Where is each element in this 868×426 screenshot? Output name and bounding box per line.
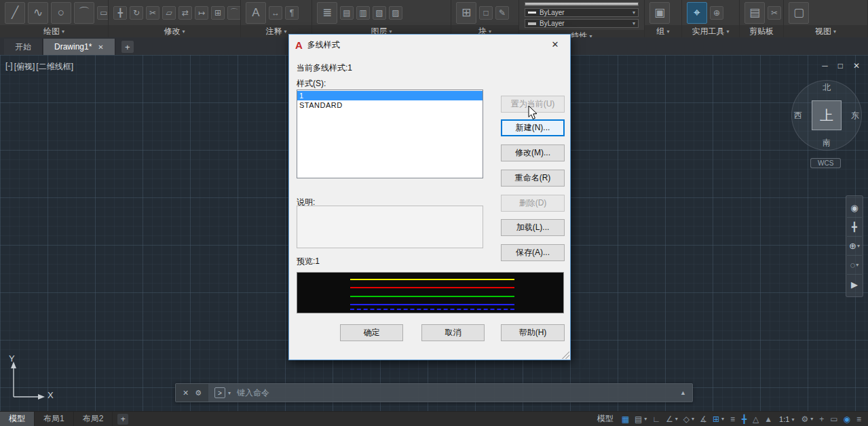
- viewcube-top-face[interactable]: 上: [812, 100, 842, 130]
- arc-icon[interactable]: ⌒: [74, 2, 94, 24]
- lineweight-preview[interactable]: [525, 2, 639, 6]
- isolate-objects-icon[interactable]: ▭: [827, 412, 840, 426]
- isometric-drafting-icon[interactable]: ◇▾: [681, 412, 697, 426]
- viewport-view-control[interactable]: [俯视]: [14, 61, 35, 73]
- mirror-icon[interactable]: ⇄: [178, 6, 192, 20]
- ribbon-panel-modify-label[interactable]: 修改▾: [109, 25, 240, 37]
- object-snap-icon[interactable]: ⊞▾: [710, 412, 727, 426]
- tab-close-icon[interactable]: ✕: [98, 43, 103, 51]
- layout-tab-layout2[interactable]: 布局2: [74, 412, 113, 426]
- command-close-icon[interactable]: ✕: [183, 389, 189, 398]
- recent-commands-icon[interactable]: ▾: [228, 390, 231, 396]
- leader-icon[interactable]: ¶: [285, 6, 299, 20]
- zoom-icon[interactable]: ⊕▾: [847, 237, 862, 256]
- new-drawing-tab-button[interactable]: +: [121, 41, 134, 53]
- command-line[interactable]: ✕ ⚙ > ▾ 键入命令 ▲: [175, 383, 693, 402]
- delete-button[interactable]: 删除(D): [501, 195, 565, 212]
- viewcube-south[interactable]: 南: [791, 137, 862, 149]
- cancel-button[interactable]: 取消: [421, 324, 485, 341]
- lineweight-icon[interactable]: ≡: [727, 412, 738, 426]
- rename-button[interactable]: 重命名(R): [501, 170, 565, 187]
- annotation-monitor-icon[interactable]: +: [816, 412, 827, 426]
- viewcube[interactable]: 北 西 东 南 上: [791, 80, 862, 151]
- viewport-menu-control[interactable]: [-]: [5, 61, 13, 73]
- wcs-menu[interactable]: WCS: [810, 158, 841, 168]
- autoscale-icon[interactable]: ▲: [761, 412, 775, 426]
- rectangle-icon[interactable]: ▭: [97, 6, 108, 20]
- copy-icon[interactable]: ▱: [162, 6, 176, 20]
- pan-icon[interactable]: ╋: [847, 218, 862, 237]
- insert-block-icon[interactable]: ⊞: [456, 2, 476, 24]
- create-block-icon[interactable]: □: [479, 6, 493, 20]
- paste-icon[interactable]: ▤: [744, 2, 765, 24]
- layer-lock-icon[interactable]: ▨: [389, 6, 402, 20]
- dimension-icon[interactable]: ↔: [269, 6, 282, 20]
- lineweight-dropdown[interactable]: ByLayer ▾: [525, 19, 639, 28]
- osnap-tracking-icon[interactable]: ∡: [697, 412, 710, 426]
- command-history-expand-icon[interactable]: ▲: [680, 389, 686, 396]
- ribbon-panel-draw-label[interactable]: 绘图▾: [0, 25, 108, 37]
- move-icon[interactable]: ╋: [113, 6, 127, 20]
- polar-tracking-icon[interactable]: ∠▾: [663, 412, 681, 426]
- hardware-acceleration-icon[interactable]: ◉: [841, 412, 853, 426]
- ribbon-panel-clipboard-label[interactable]: 剪贴板: [740, 25, 783, 37]
- dialog-title-bar[interactable]: A 多线样式 ✕: [289, 35, 570, 55]
- trim-icon[interactable]: ✂: [146, 6, 159, 20]
- annotation-visibility-icon[interactable]: △: [750, 412, 761, 426]
- show-motion-icon[interactable]: ▶: [847, 275, 862, 294]
- snap-mode-icon[interactable]: ▤▾: [632, 412, 649, 426]
- dialog-resize-grip[interactable]: [562, 351, 569, 359]
- layer-freeze-icon[interactable]: ▧: [373, 6, 386, 20]
- viewport-visual-style-control[interactable]: [二维线框]: [36, 61, 73, 73]
- viewcube-east[interactable]: 东: [851, 110, 859, 121]
- help-button[interactable]: 帮助(H): [501, 324, 565, 341]
- edit-block-icon[interactable]: ✎: [495, 6, 509, 20]
- layer-state-icon[interactable]: ▤: [340, 6, 354, 20]
- tab-start[interactable]: 开始: [4, 39, 43, 55]
- model-space-toggle[interactable]: 模型: [592, 413, 619, 425]
- group-icon[interactable]: ▣: [649, 2, 670, 24]
- object-color-dropdown[interactable]: ByLayer ▾: [525, 8, 639, 17]
- stretch-icon[interactable]: ↦: [195, 6, 208, 20]
- named-views-icon[interactable]: ▢: [789, 2, 809, 24]
- layout-tab-layout1[interactable]: 布局1: [35, 412, 74, 426]
- layer-isolate-icon[interactable]: ▥: [356, 6, 370, 20]
- close-icon[interactable]: ✕: [853, 61, 860, 71]
- new-button[interactable]: 新建(N)...: [501, 119, 565, 136]
- command-input[interactable]: 键入命令: [237, 387, 269, 399]
- new-layout-button[interactable]: +: [117, 414, 128, 425]
- restore-icon[interactable]: □: [838, 61, 843, 71]
- ribbon-panel-view-label[interactable]: 视图▾: [784, 25, 867, 37]
- array-icon[interactable]: ⊞: [211, 6, 225, 20]
- ortho-icon[interactable]: ∟: [649, 412, 663, 426]
- quick-select-icon[interactable]: ⊕: [710, 6, 723, 20]
- line-icon[interactable]: ╱: [5, 2, 25, 24]
- rotate-icon[interactable]: ↻: [130, 6, 143, 20]
- load-button[interactable]: 加载(L)...: [501, 219, 565, 236]
- ribbon-panel-groups-label[interactable]: 组▾: [645, 25, 681, 37]
- full-navigation-wheel-icon[interactable]: ◉: [847, 199, 862, 218]
- polyline-icon[interactable]: ∿: [28, 2, 48, 24]
- customize-wrench-icon[interactable]: ⚙: [195, 389, 202, 398]
- save-button[interactable]: 保存(A)...: [501, 244, 565, 261]
- fillet-icon[interactable]: ⌒: [227, 6, 240, 20]
- minimize-icon[interactable]: ─: [822, 61, 828, 71]
- cut-icon[interactable]: ✂: [768, 6, 781, 20]
- modify-button[interactable]: 修改(M)...: [501, 144, 565, 161]
- ribbon-panel-utilities-label[interactable]: 实用工具▾: [682, 25, 739, 37]
- dynamic-input-icon[interactable]: ╋: [738, 412, 750, 426]
- ok-button[interactable]: 确定: [340, 324, 403, 341]
- orbit-icon[interactable]: ◌▾: [847, 256, 862, 275]
- customization-icon[interactable]: ≡: [853, 412, 865, 426]
- style-item-standard[interactable]: STANDARD: [297, 100, 483, 110]
- measure-icon[interactable]: ⌖: [687, 2, 707, 24]
- dialog-close-icon[interactable]: ✕: [540, 35, 570, 54]
- layout-tab-model[interactable]: 模型: [0, 412, 35, 426]
- text-icon[interactable]: A: [246, 2, 266, 24]
- tab-drawing1[interactable]: Drawing1* ✕: [43, 39, 115, 55]
- viewcube-north[interactable]: 北: [791, 82, 862, 94]
- circle-icon[interactable]: ○: [51, 2, 71, 24]
- styles-listbox[interactable]: 1 STANDARD: [297, 90, 483, 178]
- viewcube-west[interactable]: 西: [794, 110, 802, 121]
- workspace-switching-icon[interactable]: ⚙▾: [798, 412, 816, 426]
